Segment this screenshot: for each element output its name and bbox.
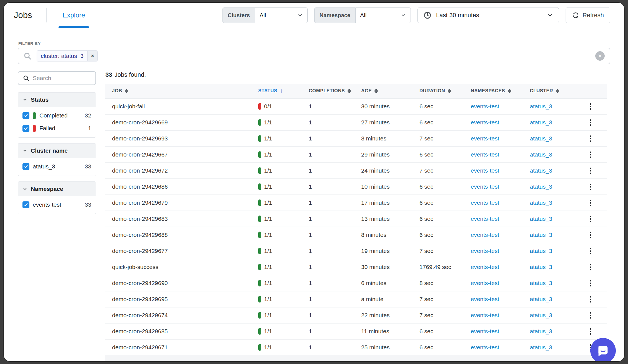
kebab-menu-button[interactable] <box>588 117 593 128</box>
column-header-namespaces[interactable]: NAMESPACES <box>471 88 530 94</box>
tab-explore[interactable]: Explore <box>59 3 89 28</box>
search-icon <box>23 52 32 60</box>
kebab-menu-button[interactable] <box>588 214 593 224</box>
cluster-link[interactable]: atatus_3 <box>530 167 552 174</box>
table-row: quick-job-fail 0/1 1 30 minutes 6 sec ev… <box>105 99 607 115</box>
column-header-cluster[interactable]: CLUSTER <box>530 88 580 94</box>
refresh-button[interactable]: Refresh <box>566 7 610 23</box>
kebab-menu-button[interactable] <box>588 133 593 144</box>
sidebar-search-input[interactable] <box>33 75 91 81</box>
kebab-menu-button[interactable] <box>588 101 593 112</box>
cluster-link[interactable]: atatus_3 <box>530 280 552 286</box>
cluster-link[interactable]: atatus_3 <box>530 296 552 302</box>
cluster-link[interactable]: atatus_3 <box>530 216 552 222</box>
kebab-menu-button[interactable] <box>588 165 593 176</box>
column-header-completions[interactable]: COMPLETIONS <box>309 88 361 94</box>
facet-item-count: 1 <box>88 125 91 132</box>
namespace-link[interactable]: events-test <box>471 119 499 125</box>
namespace-link[interactable]: events-test <box>471 135 499 142</box>
filter-chip: cluster: atatus_3 × <box>37 50 98 61</box>
namespace-link[interactable]: events-test <box>471 167 499 174</box>
facet-section-header[interactable]: Namespace <box>18 182 96 196</box>
cluster-link[interactable]: atatus_3 <box>530 264 552 270</box>
kebab-menu-button[interactable] <box>588 310 593 321</box>
clear-filters-button[interactable]: ✕ <box>595 51 605 61</box>
column-header-job[interactable]: JOB <box>105 88 258 94</box>
kebab-menu-button[interactable] <box>588 198 593 208</box>
namespace-select[interactable]: All <box>355 7 411 23</box>
kebab-menu-button[interactable] <box>588 294 593 305</box>
facet-item-count: 32 <box>85 112 91 119</box>
cluster-link[interactable]: atatus_3 <box>530 328 552 334</box>
job-status: 1/1 <box>258 151 309 158</box>
sidebar-search[interactable] <box>18 71 96 85</box>
namespace-link[interactable]: events-test <box>471 280 499 286</box>
clusters-select[interactable]: All <box>255 7 308 23</box>
namespace-link[interactable]: events-test <box>471 216 499 222</box>
cluster-link[interactable]: atatus_3 <box>530 312 552 318</box>
checkbox-checked-icon[interactable] <box>22 112 29 119</box>
facet-section-header[interactable]: Cluster name <box>18 143 96 158</box>
job-completions: 1 <box>309 232 361 238</box>
cluster-link[interactable]: atatus_3 <box>530 103 552 109</box>
cluster-link[interactable]: atatus_3 <box>530 248 552 254</box>
kebab-menu-button[interactable] <box>588 149 593 160</box>
jobs-table: 33 Jobs found. JOBSTATUS↑COMPLETIONSAGED… <box>105 71 607 361</box>
facet-item[interactable]: Failed 1 <box>18 122 96 135</box>
namespace-link[interactable]: events-test <box>471 103 499 109</box>
job-name: demo-cron-29429671 <box>105 344 258 351</box>
kebab-menu-button[interactable] <box>588 181 593 192</box>
namespace-link[interactable]: events-test <box>471 151 499 158</box>
cluster-link[interactable]: atatus_3 <box>530 344 552 350</box>
namespace-link[interactable]: events-test <box>471 296 499 302</box>
chat-launcher-button[interactable] <box>590 338 616 361</box>
cluster-link[interactable]: atatus_3 <box>530 199 552 206</box>
sort-icon <box>348 89 351 93</box>
kebab-menu-button[interactable] <box>588 278 593 289</box>
namespace-link[interactable]: events-test <box>471 248 499 254</box>
cluster-link[interactable]: atatus_3 <box>530 151 552 158</box>
column-header-status[interactable]: STATUS↑ <box>258 87 309 94</box>
namespace-link[interactable]: events-test <box>471 344 499 350</box>
job-completions: 1 <box>309 167 361 174</box>
facet-item[interactable]: Completed 32 <box>18 109 96 122</box>
namespace-link[interactable]: events-test <box>471 232 499 238</box>
table-row: demo-cron-29429669 1/1 1 27 minutes 6 se… <box>105 115 607 131</box>
job-name: demo-cron-29429693 <box>105 135 258 142</box>
kebab-menu-button[interactable] <box>588 230 593 240</box>
cluster-link[interactable]: atatus_3 <box>530 232 552 238</box>
job-age: 22 minutes <box>361 312 419 319</box>
table-row: demo-cron-29429693 1/1 1 3 minutes 7 sec… <box>105 131 607 147</box>
status-pill-icon <box>258 199 261 206</box>
namespace-link[interactable]: events-test <box>471 183 499 190</box>
time-range-picker[interactable]: Last 30 minutes <box>417 7 559 23</box>
column-header-age[interactable]: AGE <box>361 88 419 94</box>
checkbox-checked-icon[interactable] <box>22 201 29 208</box>
job-name: demo-cron-29429695 <box>105 296 258 303</box>
namespace-link[interactable]: events-test <box>471 199 499 206</box>
job-name: demo-cron-29429685 <box>105 328 258 335</box>
facet-item[interactable]: events-test 33 <box>18 198 96 211</box>
sort-icon <box>448 89 451 93</box>
cluster-link[interactable]: atatus_3 <box>530 119 552 125</box>
checkbox-checked-icon[interactable] <box>22 125 29 132</box>
job-status: 1/1 <box>258 183 309 190</box>
table-row: demo-cron-29429679 1/1 1 17 minutes 6 se… <box>105 195 607 211</box>
facet-item[interactable]: atatus_3 33 <box>18 160 96 173</box>
chip-remove-button[interactable]: × <box>87 51 97 61</box>
facet-title: Cluster name <box>31 147 68 154</box>
namespace-link[interactable]: events-test <box>471 264 499 270</box>
namespace-link[interactable]: events-test <box>471 328 499 334</box>
filter-search-bar[interactable]: cluster: atatus_3 × ✕ <box>18 48 610 64</box>
kebab-menu-button[interactable] <box>588 246 593 257</box>
job-age: 10 minutes <box>361 183 419 190</box>
namespace-link[interactable]: events-test <box>471 312 499 318</box>
kebab-menu-button[interactable] <box>588 326 593 337</box>
namespace-select-value: All <box>360 12 366 19</box>
cluster-link[interactable]: atatus_3 <box>530 183 552 190</box>
column-header-duration[interactable]: DURATION <box>419 88 471 94</box>
kebab-menu-button[interactable] <box>588 262 593 273</box>
cluster-link[interactable]: atatus_3 <box>530 135 552 142</box>
checkbox-checked-icon[interactable] <box>22 163 29 170</box>
facet-section-header[interactable]: Status <box>18 93 96 107</box>
